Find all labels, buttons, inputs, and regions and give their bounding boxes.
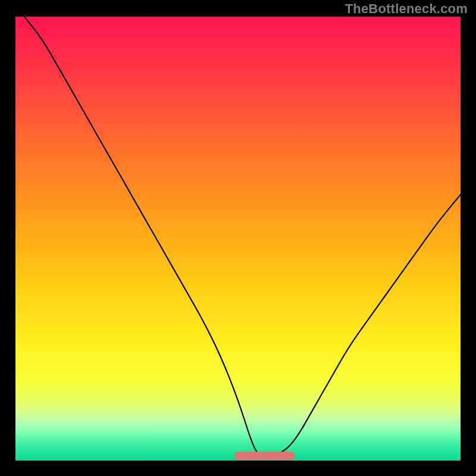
bottleneck-curve	[15, 17, 461, 462]
plot-area	[15, 17, 461, 462]
chart-frame: TheBottleneck.com	[0, 0, 476, 476]
attribution-watermark: TheBottleneck.com	[345, 1, 468, 17]
valley-marker	[238, 452, 292, 460]
